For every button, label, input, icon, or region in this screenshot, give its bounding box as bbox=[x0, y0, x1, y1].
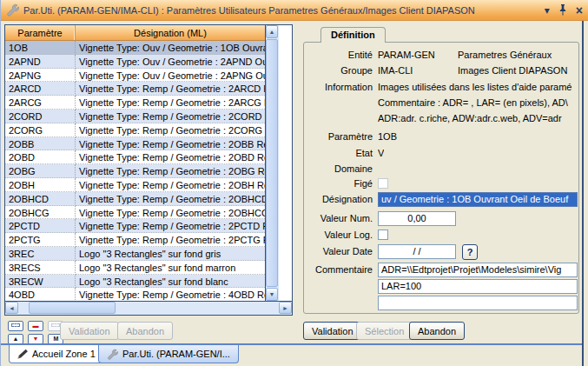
valeur-log-checkbox[interactable] bbox=[378, 230, 388, 240]
row-designation: Logo "3 Rectangles" sur fond gris bbox=[76, 247, 265, 261]
tab-definition[interactable]: Définition bbox=[320, 27, 386, 43]
table-row[interactable]: 2PCTGVignette Type: Remp / Geometrie : 2… bbox=[5, 233, 265, 247]
left-abandon-button: Abandon bbox=[117, 322, 173, 340]
domaine-label: Domaine bbox=[303, 163, 373, 174]
row-designation: Vignette Type: Remp / Geometrie : 2OBD R… bbox=[76, 150, 265, 164]
vertical-scrollbar[interactable]: ▲ ▼ bbox=[265, 25, 279, 301]
valeur-date-label: Valeur Date bbox=[303, 246, 373, 256]
row-param: 2CORG bbox=[5, 123, 76, 137]
horizontal-scrollbar[interactable]: ◄ ► bbox=[5, 301, 292, 315]
pin-icon[interactable] bbox=[558, 4, 567, 16]
pencil-icon bbox=[17, 349, 28, 359]
row-designation: Logo "3 Rectangles" sur fond blanc bbox=[76, 275, 265, 289]
table-row[interactable]: 2CORGVignette Type: Remp / Geometrie : 2… bbox=[5, 123, 265, 137]
table-row[interactable]: 2CORDVignette Type: Remp / Geometrie : 2… bbox=[5, 110, 265, 123]
table-row[interactable]: 2ARCDVignette Type: Remp / Geometrie : 2… bbox=[5, 82, 265, 96]
row-designation: Vignette Type: Ouv / Geometrie : 1OB Ouv… bbox=[76, 41, 265, 55]
table-row[interactable]: 2ARCGVignette Type: Remp / Geometrie : 2… bbox=[5, 96, 265, 110]
designation-input[interactable]: uv / Geometrie : 1OB Ouvrant Oeil de Boe… bbox=[378, 192, 578, 207]
information-line-3: ADR:adr. c.riche, ADW:adr.c.web, ADV=adr bbox=[378, 113, 576, 123]
entite-code: PARAM-GEN bbox=[378, 50, 435, 60]
row-designation: Vignette Type: Remp / Geometrie : 2ARCG … bbox=[76, 96, 265, 110]
horizontal-scrollbar-thumb[interactable] bbox=[29, 302, 116, 314]
title-bar: Par.Uti. (PARAM-GEN/IMA-CLI) : Paramètre… bbox=[1, 0, 588, 21]
row-designation: Vignette Type: Remp / Geometrie : 2OBH R… bbox=[76, 178, 265, 192]
parametre-label: Paramètre bbox=[303, 131, 373, 142]
table-row[interactable]: 2OBGVignette Type: Remp / Geometrie : 2O… bbox=[5, 164, 265, 178]
row-param: 2APND bbox=[5, 55, 76, 69]
window-right-border bbox=[582, 21, 584, 366]
designation-label: Désignation bbox=[303, 194, 373, 204]
information-line-1: Images utilisées dans les listes d'aide … bbox=[378, 82, 576, 92]
row-param: 3REC bbox=[5, 247, 76, 261]
row-param: 3RECW bbox=[5, 275, 76, 289]
table-row[interactable]: 4OBDVignette Type: Remp / Geometrie : 4O… bbox=[5, 288, 265, 301]
scroll-up-icon[interactable]: ▲ bbox=[266, 25, 278, 38]
row-param: 2OBG bbox=[5, 164, 76, 178]
row-designation: Vignette Type: Remp / Geometrie : 2CORD … bbox=[76, 110, 265, 123]
information-label: Information bbox=[303, 82, 373, 92]
table-row[interactable]: 2OBHCGVignette Type: Remp / Geometrie : … bbox=[5, 206, 265, 220]
row-designation: Vignette Type: Ouv / Geometrie : 2APND O… bbox=[76, 55, 265, 69]
table-row[interactable]: 2APNDVignette Type: Ouv / Geometrie : 2A… bbox=[5, 55, 265, 69]
fige-checkbox[interactable] bbox=[378, 178, 388, 189]
bottom-tab-strip: Accueil Zone 1 Par.Uti. (PARAM-GEN/I... bbox=[1, 345, 588, 366]
row-param: 1OB bbox=[5, 41, 76, 55]
abandon-button[interactable]: Abandon bbox=[409, 322, 465, 340]
row-designation: Logo "3 Rectangles" sur fond marron bbox=[76, 261, 265, 275]
table-row[interactable]: 3RECSLogo "3 Rectangles" sur fond marron bbox=[5, 261, 265, 275]
scroll-left-icon[interactable]: ◄ bbox=[5, 302, 18, 314]
bottom-tab-accueil-label: Accueil Zone 1 bbox=[32, 349, 96, 359]
row-designation: Vignette Type: Remp / Geometrie : 2OBG R… bbox=[76, 164, 265, 178]
commentaire-input-2[interactable]: LAR=100 bbox=[378, 279, 578, 294]
table-row[interactable]: 2OBBVignette Type: Remp / Geometrie : 2O… bbox=[5, 137, 265, 151]
collapse-icon[interactable]: ▾ bbox=[545, 5, 550, 16]
row-param: 2PCTG bbox=[5, 233, 76, 247]
table-row[interactable]: 2APNGVignette Type: Ouv / Geometrie : 2A… bbox=[5, 69, 265, 83]
nav-red-bar-button[interactable]: ▬ bbox=[28, 321, 43, 331]
nav-empty-box-button[interactable] bbox=[8, 321, 23, 331]
validation-button[interactable]: Validation bbox=[303, 322, 362, 340]
valeur-num-input[interactable]: 0,00 bbox=[378, 211, 456, 226]
row-param: 4OBD bbox=[5, 288, 76, 301]
table-row[interactable]: 2OBHVignette Type: Remp / Geometrie : 2O… bbox=[5, 178, 265, 192]
row-designation: Vignette Type: Remp / Geometrie : 2CORG … bbox=[76, 123, 265, 137]
record-nav-toolbar: ▬ ▲ ▼ M bbox=[8, 321, 63, 344]
wrench-icon bbox=[6, 3, 19, 17]
entite-description: Parametres Généraux bbox=[458, 50, 576, 60]
bottom-tab-paruti[interactable]: Par.Uti. (PARAM-GEN/I... bbox=[98, 345, 239, 363]
information-line-2: Commentaire : ADR= , LAR= (en pixels), A… bbox=[378, 97, 576, 108]
bottom-tab-accueil[interactable]: Accueil Zone 1 bbox=[9, 345, 104, 363]
row-param: 3RECS bbox=[5, 261, 76, 275]
table-row[interactable]: 2OBDVignette Type: Remp / Geometrie : 2O… bbox=[5, 150, 265, 164]
commentaire-input-3[interactable] bbox=[378, 296, 578, 310]
column-header-designation[interactable]: Désignation (ML) bbox=[76, 25, 265, 40]
date-help-button[interactable]: ? bbox=[462, 244, 478, 260]
table-body: 1OBVignette Type: Ouv / Geometrie : 1OB … bbox=[5, 41, 265, 301]
etat-value: V bbox=[378, 148, 384, 158]
scroll-down-icon[interactable]: ▼ bbox=[266, 288, 278, 301]
table-row[interactable]: 1OBVignette Type: Ouv / Geometrie : 1OB … bbox=[5, 41, 265, 55]
close-icon[interactable]: × bbox=[576, 5, 583, 16]
table-row[interactable]: 3RECWLogo "3 Rectangles" sur fond blanc bbox=[5, 275, 265, 289]
row-designation: Vignette Type: Remp / Geometrie : 2ARCD … bbox=[76, 82, 265, 96]
table-row[interactable]: 2PCTDVignette Type: Remp / Geometrie : 2… bbox=[5, 219, 265, 233]
entite-label: Entité bbox=[303, 50, 373, 60]
selection-button: Sélection bbox=[356, 322, 413, 340]
table-row[interactable]: 3RECLogo "3 Rectangles" sur fond gris bbox=[5, 247, 265, 261]
scroll-right-icon[interactable]: ► bbox=[279, 302, 292, 314]
row-param: 2OBHCG bbox=[5, 206, 76, 220]
groupe-code: IMA-CLI bbox=[378, 65, 413, 76]
row-designation: Vignette Type: Remp / Geometrie : 2OBHCD… bbox=[76, 192, 265, 206]
parameters-table: Paramètre Désignation (ML) 1OBVignette T… bbox=[4, 24, 293, 316]
row-designation: Vignette Type: Remp / Geometrie : 2OBB R… bbox=[76, 137, 265, 151]
column-header-parametre[interactable]: Paramètre bbox=[5, 25, 76, 40]
bottom-tab-paruti-label: Par.Uti. (PARAM-GEN/I... bbox=[122, 349, 230, 359]
row-designation: Vignette Type: Remp / Geometrie : 2PCTG … bbox=[76, 233, 265, 247]
commentaire-input-1[interactable]: ADR=\\Edtprojet\Projet\Modeles\simire\Vi… bbox=[378, 263, 578, 277]
valeur-date-input[interactable]: / / bbox=[378, 244, 456, 259]
table-row[interactable]: 2OBHCDVignette Type: Remp / Geometrie : … bbox=[5, 192, 265, 206]
row-param: 2CORD bbox=[5, 110, 76, 123]
app-window: Par.Uti. (PARAM-GEN/IMA-CLI) : Paramètre… bbox=[0, 0, 588, 366]
vertical-scrollbar-thumb[interactable] bbox=[266, 39, 278, 287]
